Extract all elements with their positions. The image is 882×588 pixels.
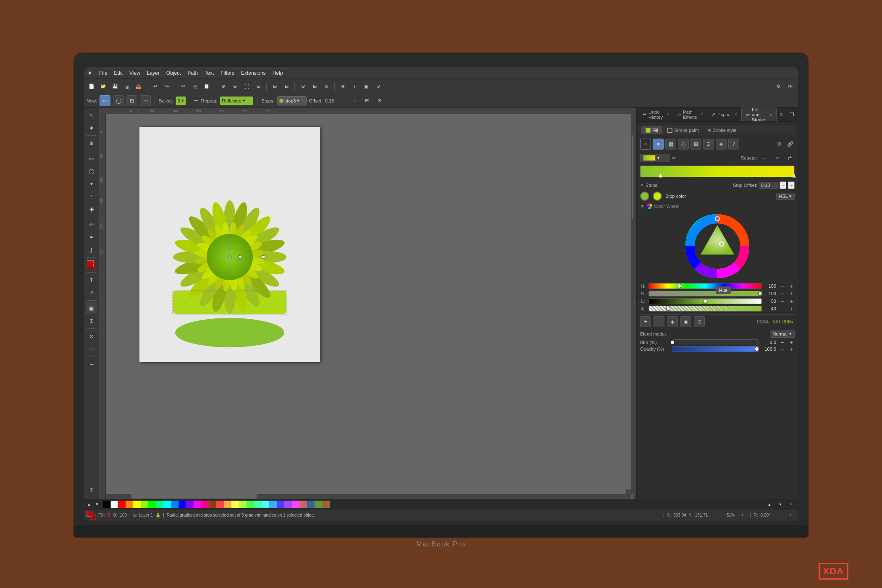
swatch-pink[interactable] [201, 501, 209, 508]
ungroup-btn[interactable]: ⊟ [281, 81, 291, 92]
callig-tool[interactable]: ∫ [86, 244, 97, 256]
opacity-track[interactable] [672, 346, 759, 352]
swatch-cyan[interactable] [163, 501, 171, 508]
color-menu[interactable]: ⊡ [694, 316, 705, 327]
gradient-stop-2[interactable] [793, 173, 796, 178]
swatch-lightred[interactable] [216, 501, 224, 508]
l-minus[interactable]: − [779, 298, 785, 304]
tab-fill-stroke[interactable]: ✏ Fill and Stroke × [741, 108, 777, 121]
open-btn[interactable]: 📂 [98, 81, 108, 92]
spray-tool[interactable]: ⋯ [86, 343, 97, 355]
tab-export[interactable]: ↗ Export × [707, 108, 741, 121]
paint-unknown[interactable]: ? [728, 139, 739, 150]
swatch-lightmint[interactable] [254, 501, 262, 508]
swatch-yellow[interactable] [133, 501, 141, 508]
new-linear[interactable]: ▭ [100, 95, 110, 106]
menu-filters[interactable]: Filters [220, 70, 234, 76]
offset-plus[interactable]: + [349, 96, 359, 106]
paint-settings[interactable]: ⚙ [774, 139, 784, 149]
swatch-mint[interactable] [156, 501, 163, 508]
star-tool[interactable]: ✦ [86, 178, 97, 190]
h-track[interactable] [648, 283, 762, 289]
color-remove[interactable]: − [654, 316, 664, 327]
palette-down-nav[interactable]: ▼ [775, 499, 785, 509]
gradient-tool-btn[interactable]: ▣ [361, 81, 371, 92]
gradient-bar[interactable] [640, 165, 795, 177]
mesh-tool[interactable]: ⊞ [86, 315, 97, 327]
a-minus[interactable]: − [779, 306, 785, 312]
align-btn[interactable]: ⊞ [310, 81, 320, 92]
paint-none[interactable]: × [640, 139, 651, 150]
offset-minus[interactable]: − [336, 96, 346, 106]
swatch-rose[interactable] [299, 501, 307, 508]
text-tool-btn[interactable]: T [349, 81, 360, 92]
paint-mesh[interactable]: ⊞ [690, 139, 701, 150]
toolbar-extra[interactable]: ≫ [785, 81, 795, 92]
blur-track[interactable] [672, 339, 759, 345]
l-track[interactable] [648, 298, 762, 304]
opacity-plus[interactable]: + [788, 346, 795, 352]
canvas-divider[interactable]: ⋮ [633, 108, 636, 499]
rotate-plus[interactable]: + [785, 510, 795, 520]
swatch-blue[interactable] [178, 501, 186, 508]
zoom-in-btn[interactable]: ⊕ [218, 81, 228, 92]
new-rect[interactable]: ▭ [140, 95, 151, 106]
paint-radial[interactable]: ◎ [678, 139, 689, 150]
stops-dropdown[interactable]: stop3 ▾ [277, 96, 307, 105]
swatch-green[interactable] [148, 501, 156, 508]
gradient-tool[interactable]: ▣ [86, 302, 97, 314]
menu-view[interactable]: View [129, 70, 140, 76]
sub-tab-stroke-style[interactable]: ≡ Stroke style [704, 126, 741, 134]
swatch-steel[interactable] [307, 501, 315, 508]
paint-pattern[interactable]: ⊟ [703, 139, 714, 150]
repeat-dropdown[interactable]: Reflected ▾ [220, 96, 253, 105]
zoom-fit-btn[interactable]: ⛶ [242, 81, 252, 92]
undo-history-close[interactable]: × [667, 112, 669, 117]
color-wheel-expand[interactable]: ▼ Color Wheel [640, 203, 795, 209]
paint-link[interactable]: 🔗 [785, 139, 795, 149]
spiral-tool[interactable]: ◉ [86, 203, 97, 215]
swatch-lightcyan[interactable] [262, 501, 269, 508]
transform-btn[interactable]: ⊛ [298, 81, 308, 92]
pen-tool[interactable]: ✒ [86, 231, 97, 243]
tab-undo-history[interactable]: ↩ Undo History × [638, 108, 673, 121]
node-tool[interactable]: ◈ [86, 122, 97, 134]
paste-btn[interactable]: 📋 [202, 81, 212, 92]
swatch-violet[interactable] [186, 501, 194, 508]
a-plus[interactable]: + [788, 306, 795, 312]
dropper-btn[interactable]: ⊙ [373, 81, 383, 92]
repeat-none[interactable]: ↔ [759, 153, 769, 163]
swatch-olive[interactable] [315, 501, 322, 508]
paint-swatch[interactable]: ◈ [716, 139, 727, 150]
h-thumb[interactable] [677, 284, 681, 288]
save-btn[interactable]: 💾 [110, 81, 120, 92]
new-radial[interactable]: ◯ [113, 95, 124, 106]
dropper-tool[interactable]: ⊙ [86, 331, 97, 342]
swatch-lavender[interactable] [284, 501, 292, 508]
swatch-orange[interactable] [126, 501, 133, 508]
group-btn[interactable]: ⊞ [270, 81, 280, 92]
palette-scroll-down[interactable]: ▼ [94, 501, 100, 508]
a-track[interactable] [648, 306, 762, 312]
copy-btn[interactable]: ⎘ [190, 81, 200, 92]
swatch-hotpink[interactable] [292, 501, 299, 508]
resize-handle[interactable]: ⊡ [626, 489, 631, 494]
connector-tool[interactable]: ↗ [86, 287, 97, 299]
stops-section-header[interactable]: ▼ Stops Stop Offset: − + [640, 181, 795, 189]
a-thumb[interactable] [666, 307, 670, 311]
swatch-white[interactable] [110, 501, 118, 508]
blur-minus[interactable]: − [779, 339, 785, 345]
offset-link[interactable]: ⊞ [362, 96, 372, 106]
swatch-periwinkle[interactable] [277, 501, 284, 508]
swatch-lime[interactable] [141, 501, 148, 508]
swatch-sky[interactable] [171, 501, 178, 508]
3d-tool[interactable]: ⊡ [86, 191, 97, 202]
new-mesh[interactable]: ⊞ [126, 95, 137, 106]
menu-help[interactable]: Help [273, 70, 283, 76]
swatch-red[interactable] [118, 501, 126, 508]
color-paste[interactable]: ◉ [680, 316, 691, 327]
blur-thumb[interactable] [670, 340, 675, 344]
rect-tool[interactable]: ▭ [86, 153, 97, 165]
blur-plus[interactable]: + [788, 339, 795, 345]
l-plus[interactable]: + [788, 298, 795, 304]
